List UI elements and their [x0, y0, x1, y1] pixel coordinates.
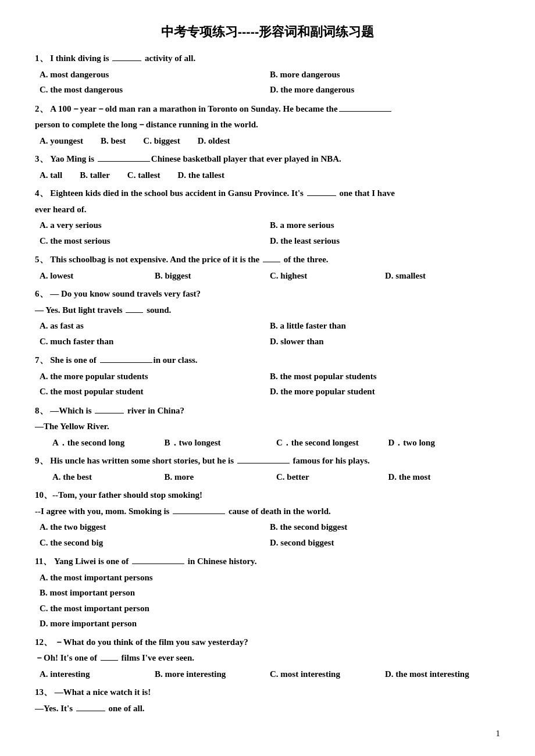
- q1-optD: D. the more dangerous: [270, 83, 500, 98]
- question-11: 11、 Yang Liwei is one of in Chinese hist…: [35, 554, 500, 632]
- q4-options: A. a very serious B. a more serious C. t…: [40, 218, 500, 249]
- q1-options: A. most dangerous B. more dangerous C. t…: [40, 67, 500, 98]
- question-7: 7、 She is one of in our class. A. the mo…: [35, 353, 500, 400]
- q7-optB: B. the most popular students: [270, 369, 500, 384]
- q1-optB: B. more dangerous: [270, 67, 500, 83]
- q10-optD: D. second biggest: [270, 536, 500, 551]
- q5-optD: D. smallest: [385, 269, 500, 284]
- q11-optC: C. the most important person: [40, 601, 500, 616]
- q10-text1: 10、--Tom, your father should stop smokin…: [35, 488, 500, 503]
- question-12: 12、 －What do you think of the film you s…: [35, 635, 500, 682]
- question-2: 2、 A 100－year－old man ran a marathon in …: [35, 102, 500, 149]
- q6-optA: A. as fast as: [40, 319, 270, 334]
- q8-text1: 8、 —Which is river in China?: [35, 404, 500, 419]
- q2-optA: A. youngest: [40, 134, 83, 149]
- q12-optD: D. the most interesting: [385, 667, 500, 682]
- q1-text: 1、 I think diving is activity of all.: [35, 51, 500, 66]
- q7-optD: D. the more popular student: [270, 384, 500, 400]
- q10-optB: B. the second biggest: [270, 520, 500, 535]
- q8-optD: D．two long: [388, 436, 501, 451]
- q4-optB: B. a more serious: [270, 218, 500, 233]
- q4-text: 4、 Eighteen kids died in the school bus …: [35, 186, 500, 201]
- q11-options: A. the most important persons B. most im…: [40, 570, 500, 632]
- q12-optC: C. most interesting: [270, 667, 385, 682]
- question-4: 4、 Eighteen kids died in the school bus …: [35, 186, 500, 249]
- q8-text2: —The Yellow River.: [35, 419, 500, 434]
- question-5: 5、 This schoolbag is not expensive. And …: [35, 252, 500, 283]
- q9-options: A. the best B. more C. better D. the mos…: [52, 470, 500, 485]
- q9-text: 9、 His uncle has written some short stor…: [35, 454, 500, 469]
- q6-options: A. as fast as B. a little faster than C.…: [40, 319, 500, 350]
- q12-options: A. interesting B. more interesting C. mo…: [40, 667, 500, 682]
- q3-text: 3、 Yao Ming is Chinese basketball player…: [35, 152, 500, 167]
- q1-optC: C. the most dangerous: [40, 83, 270, 98]
- q9-optC: C. better: [276, 470, 388, 485]
- q9-optD: D. the most: [388, 470, 501, 485]
- q12-optA: A. interesting: [40, 667, 155, 682]
- q11-optD: D. more important person: [40, 616, 500, 632]
- question-13: 13、 —What a nice watch it is! —Yes. It's…: [35, 685, 500, 716]
- q3-optB: B. taller: [80, 168, 110, 183]
- question-10: 10、--Tom, your father should stop smokin…: [35, 488, 500, 551]
- q5-optA: A. lowest: [40, 269, 155, 284]
- q6-text2: — Yes. But light travels sound.: [35, 303, 500, 318]
- q3-optD: D. the tallest: [177, 168, 224, 183]
- q11-text: 11、 Yang Liwei is one of in Chinese hist…: [35, 554, 500, 569]
- q4-optD: D. the least serious: [270, 234, 500, 249]
- q5-optC: C. highest: [270, 269, 385, 284]
- q7-text: 7、 She is one of in our class.: [35, 353, 500, 368]
- q7-options: A. the more popular students B. the most…: [40, 369, 500, 400]
- q5-optB: B. biggest: [155, 269, 270, 284]
- q7-optA: A. the more popular students: [40, 369, 270, 384]
- q8-optB: B．two longest: [165, 436, 277, 451]
- q11-optA: A. the most important persons: [40, 570, 500, 586]
- q7-optC: C. the most popular student: [40, 384, 270, 400]
- question-8: 8、 —Which is river in China? —The Yellow…: [35, 404, 500, 451]
- question-1: 1、 I think diving is activity of all. A.…: [35, 51, 500, 98]
- q9-optA: A. the best: [52, 470, 165, 485]
- q12-text1: 12、 －What do you think of the film you s…: [35, 635, 500, 650]
- q5-text: 5、 This schoolbag is not expensive. And …: [35, 252, 500, 268]
- q10-text2: --I agree with you, mom. Smoking is caus…: [35, 504, 500, 519]
- q8-options: A．the second long B．two longest C．the se…: [52, 436, 500, 451]
- q10-options: A. the two biggest B. the second biggest…: [40, 520, 500, 551]
- q5-options: A. lowest B. biggest C. highest D. small…: [40, 269, 500, 284]
- q13-text1: 13、 —What a nice watch it is!: [35, 685, 500, 700]
- q12-optB: B. more interesting: [155, 667, 270, 682]
- page-title: 中考专项练习-----形容词和副词练习题: [35, 23, 500, 41]
- q2-optD: D. oldest: [198, 134, 230, 149]
- question-3: 3、 Yao Ming is Chinese basketball player…: [35, 152, 500, 183]
- q6-optD: D. slower than: [270, 334, 500, 350]
- q9-optB: B. more: [165, 470, 277, 485]
- q4-optC: C. the most serious: [40, 234, 270, 249]
- q2-options: A. youngest B. best C. biggest D. oldest: [40, 134, 500, 149]
- q2-text2: person to complete the long－distance run…: [35, 120, 258, 129]
- q3-options: A. tall B. taller C. tallest D. the tall…: [40, 168, 500, 183]
- q10-optA: A. the two biggest: [40, 520, 270, 535]
- q2-optB: B. best: [101, 134, 126, 149]
- q4-text2: ever heard of.: [35, 205, 86, 214]
- q4-optA: A. a very serious: [40, 218, 270, 233]
- q3-optC: C. tallest: [127, 168, 160, 183]
- q8-optC: C．the second longest: [276, 436, 388, 451]
- q2-optC: C. biggest: [143, 134, 180, 149]
- q1-optA: A. most dangerous: [40, 67, 270, 83]
- q11-optB: B. most important person: [40, 586, 500, 601]
- q6-optB: B. a little faster than: [270, 319, 500, 334]
- q12-text2: －Oh! It's one of films I've ever seen.: [35, 651, 500, 666]
- q6-optC: C. much faster than: [40, 334, 270, 350]
- q2-text: 2、 A 100－year－old man ran a marathon in …: [35, 102, 500, 117]
- q13-text2: —Yes. It's one of all.: [35, 701, 500, 716]
- q10-optC: C. the second big: [40, 536, 270, 551]
- question-9: 9、 His uncle has written some short stor…: [35, 454, 500, 484]
- page-number: 1: [496, 729, 501, 739]
- q3-optA: A. tall: [40, 168, 62, 183]
- q6-text1: 6、 — Do you know sound travels very fast…: [35, 287, 500, 302]
- question-6: 6、 — Do you know sound travels very fast…: [35, 287, 500, 350]
- q8-optA: A．the second long: [52, 436, 165, 451]
